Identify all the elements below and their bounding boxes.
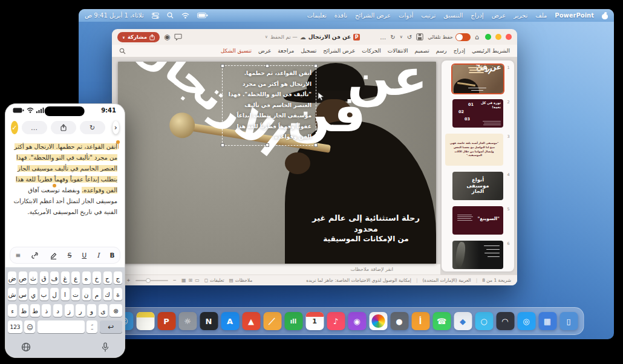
key-zah[interactable]: ظ [19,304,28,317]
share-button[interactable]: مشاركة ∨ [117,32,160,42]
dock-icon-weather[interactable]: ○ [475,312,493,330]
tab-slideshow[interactable]: عرض الشرائح [323,48,355,54]
wifi-icon[interactable] [181,13,189,19]
bold-button[interactable]: B [109,252,114,259]
tab-design[interactable]: تصميم [415,48,429,54]
tab-animations[interactable]: الحركات [362,48,381,54]
menu-arrange[interactable]: ترتيب [421,12,435,19]
zoom-out-button[interactable]: − [173,278,177,283]
thumbnail-slide-4[interactable]: أنواع موسيقى الجاز [452,172,503,200]
key-sad[interactable]: ص [19,271,27,284]
menu-slideshow[interactable]: عرض الشرائح [355,12,391,19]
list-format-icon[interactable]: ≡ [16,252,21,259]
tab-shape-format[interactable]: تنسيق الشكل [221,48,252,54]
zoom-window-button[interactable] [485,34,491,40]
record-icon[interactable]: ◉ [164,33,170,41]
thumbnail-slide-6[interactable] [452,241,503,269]
tab-review[interactable]: مراجعة [278,48,294,54]
thumbnail-slide-5[interactable]: "السوينغ" [452,206,503,235]
key-dal[interactable]: د [53,304,62,317]
dock-icon-arc[interactable]: ◠ [496,312,514,330]
key-thal[interactable]: ذ [42,304,51,317]
key-lam[interactable]: ل [50,288,59,301]
tab-insert[interactable]: إدراج [454,48,465,54]
menu-format[interactable]: التنسيق [443,12,463,19]
key-feh[interactable]: ف [50,271,59,284]
forward-chevron-button[interactable]: › [113,121,120,134]
key-sheen[interactable]: ش [8,288,16,301]
dock-icon-puzzle[interactable]: ◆ [454,312,472,330]
delete-key[interactable]: ⊗ [109,304,122,317]
ribbon-search-icon[interactable] [119,48,126,54]
dock-icon-podcasts[interactable]: ◉ [348,312,366,330]
key-heh[interactable]: ه [82,271,91,284]
key-hah[interactable]: ح [103,271,112,284]
emoji-key[interactable]: ☺ [24,320,35,333]
key-ghain[interactable]: غ [61,271,70,284]
dock-icon-photos[interactable] [369,312,387,330]
thumbnail-slide-1[interactable]: عن فن الارتجال [452,65,503,93]
more-options-icon[interactable]: … [380,34,386,41]
underline-button[interactable]: U [82,252,86,259]
tab-transitions[interactable]: الانتقالات [388,48,408,54]
dock-icon-arabic-app[interactable]: أ [411,312,429,330]
dictation-mic-icon[interactable] [102,342,109,353]
key-alef[interactable]: ا [61,288,70,301]
space-key[interactable] [38,320,85,333]
close-button[interactable] [506,34,512,40]
dock-icon-powerpoint[interactable]: P [157,312,175,330]
tab-draw[interactable]: رسم [436,48,447,54]
dock-icon-numbers[interactable]: ıll [284,312,302,330]
minimize-button[interactable] [495,34,501,40]
dock-icon-music[interactable]: ♪ [327,312,345,330]
key-ain[interactable]: ع [71,271,80,284]
saved-chevron-icon[interactable]: ∨ [265,34,268,39]
slide-canvas[interactable]: عن فن الارتجال أتقن القواعد، ثم حطمها. ا… [118,62,436,264]
dock-icon-safari[interactable]: ◎ [517,312,535,330]
menu-view[interactable]: عرض [492,12,506,19]
key-meem[interactable]: م [93,288,101,301]
view-sorter-icon[interactable]: ⊞ [188,278,192,283]
selection-handle-end[interactable] [53,184,56,187]
redo-button[interactable]: ↻ [80,121,105,134]
key-hamza[interactable]: ء [8,304,17,317]
return-key[interactable]: ↩ [100,320,122,333]
share-sheet-button[interactable] [51,121,76,134]
key-waw[interactable]: و [87,304,96,317]
tab-view[interactable]: عرض [258,48,271,54]
dock-icon-calendar[interactable]: 1 [305,312,324,330]
zoom-slider-knob[interactable] [146,278,151,283]
key-reh[interactable]: ر [76,304,85,317]
undo-chevron-icon[interactable]: ∨ [400,34,403,39]
slide-body-textbox[interactable]: أتقن القواعد، ثم حطمها. الارتجال هو أكثر… [222,65,316,146]
diacritic-key[interactable]: ـً [86,320,97,333]
menu-clock[interactable]: ثلاثاء، 1 أبريل 9:41 ص [85,12,144,19]
control-center-icon[interactable] [152,13,159,19]
key-tah[interactable]: ط [30,304,39,317]
strikethrough-button[interactable]: S [68,252,72,259]
menu-window[interactable]: نافذة [334,12,347,19]
key-teh-marbuta[interactable]: ة [114,288,122,301]
language-status[interactable]: العربية (الإمارات المتحدة) [422,278,471,283]
tab-record[interactable]: تسجيل [301,48,316,54]
slide-footer-text[interactable]: رحلة استثنائية إلى عالم غير محدود من الإ… [305,213,426,243]
dock-icon-launchpad[interactable]: ▦ [538,312,556,330]
menu-tools[interactable]: أدوات [399,12,413,19]
notes-placeholder[interactable]: انقر لإضافة ملاحظات [351,267,393,272]
comments-toggle-button[interactable]: تعليقات ◻ [204,278,224,283]
menu-help[interactable]: تعليمات [307,12,327,19]
dock-icon-iphone-mirroring[interactable]: ▯ [559,312,578,330]
done-check-button[interactable]: ✓ [11,121,18,134]
dock-icon-pages[interactable]: ／ [263,312,281,330]
menu-file[interactable]: ملف [535,12,547,19]
link-icon[interactable] [31,252,39,259]
dock-icon-notes[interactable] [136,312,154,330]
key-alef-maqsura[interactable]: ى [99,304,108,317]
key-kaf[interactable]: ك [103,288,112,301]
key-seen[interactable]: س [19,288,27,301]
key-beh[interactable]: ب [40,288,48,301]
comment-icon[interactable] [174,33,182,41]
spotlight-search-icon[interactable] [167,12,174,19]
toggle-switch[interactable] [455,33,471,41]
thumbnail-slide-3[interactable]: "موسيقى الجاز أشبه بلغة خاصة، فهي تتيح ل… [445,134,503,166]
